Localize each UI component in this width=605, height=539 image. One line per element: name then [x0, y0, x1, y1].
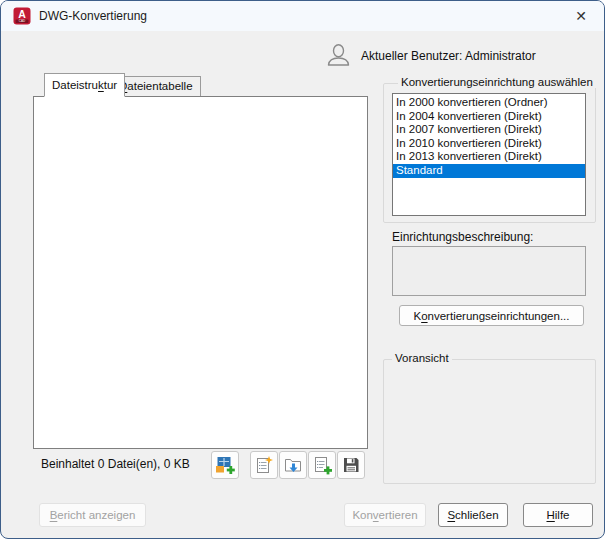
save-icon — [341, 455, 361, 475]
close-dialog-button[interactable]: Schließen — [438, 503, 508, 527]
svg-text:CAD: CAD — [19, 19, 26, 23]
button-label-part: ericht anzeigen — [57, 509, 135, 521]
close-button[interactable]: ✕ — [558, 1, 604, 31]
tab-label-part: ateientabelle — [127, 80, 192, 92]
button-label-part: nvertierungseinrichtungen... — [428, 310, 570, 322]
convert-button[interactable]: Konvertieren — [344, 503, 426, 527]
show-report-button[interactable]: Bericht anzeigen — [39, 503, 146, 527]
button-label-part: chließen — [455, 509, 498, 521]
list-item[interactable]: In 2000 konvertieren (Ordner) — [393, 96, 585, 110]
tab-label-part: Dateistru — [52, 79, 98, 91]
new-setup-button[interactable] — [250, 451, 278, 479]
close-icon: ✕ — [575, 8, 587, 24]
list-item-selected[interactable]: Standard — [393, 164, 585, 178]
list-item[interactable]: In 2013 konvertieren (Direkt) — [393, 150, 585, 164]
file-tree-panel[interactable] — [33, 96, 368, 449]
add-file-button[interactable] — [211, 451, 239, 479]
window-title: DWG-Konvertierung — [39, 1, 147, 31]
dwg-convert-dialog: A CAD DWG-Konvertierung ✕ Aktueller Benu… — [0, 0, 605, 539]
add-list-icon — [312, 455, 332, 475]
setup-description-label: Einrichtungsbeschreibung: — [392, 230, 533, 244]
preview-group: Voransicht — [383, 359, 596, 484]
button-label-part: ertieren — [379, 509, 418, 521]
autocad-app-icon: A CAD — [13, 7, 31, 25]
preview-group-title: Voransicht — [392, 352, 452, 364]
button-label-mnemonic: S — [447, 509, 455, 521]
conversion-setups-button[interactable]: Konvertierungseinrichtungen... — [399, 305, 584, 326]
button-label-part: ilfe — [555, 509, 570, 521]
conversion-setup-group-title: Konvertierungseinrichtung auswählen — [398, 76, 596, 88]
user-icon — [325, 42, 352, 69]
conversion-setup-listbox[interactable]: In 2000 konvertieren (Ordner) In 2004 ko… — [392, 93, 586, 216]
add-file-icon — [215, 455, 235, 475]
current-user-label: Aktueller Benutzer: Administrator — [361, 49, 536, 63]
list-item[interactable]: In 2004 konvertieren (Direkt) — [393, 110, 585, 124]
save-button[interactable] — [337, 451, 365, 479]
button-label-mnemonic: H — [546, 509, 554, 521]
list-item[interactable]: In 2010 konvertieren (Direkt) — [393, 137, 585, 151]
new-setup-icon — [254, 455, 274, 475]
open-folder-button[interactable] — [279, 451, 307, 479]
help-button[interactable]: Hilfe — [523, 503, 593, 527]
open-folder-icon — [283, 455, 303, 475]
svg-text:A: A — [18, 8, 26, 20]
tab-file-structure[interactable]: Dateistruktur — [44, 73, 125, 97]
titlebar: A CAD DWG-Konvertierung ✕ — [1, 1, 604, 31]
list-item[interactable]: In 2007 konvertieren (Direkt) — [393, 123, 585, 137]
setup-description-box — [392, 246, 586, 296]
button-label-part: Kon — [352, 509, 372, 521]
file-count-status: Beinhaltet 0 Datei(en), 0 KB — [41, 457, 190, 471]
add-list-button[interactable] — [308, 451, 336, 479]
tab-label-part: tur — [104, 79, 117, 91]
